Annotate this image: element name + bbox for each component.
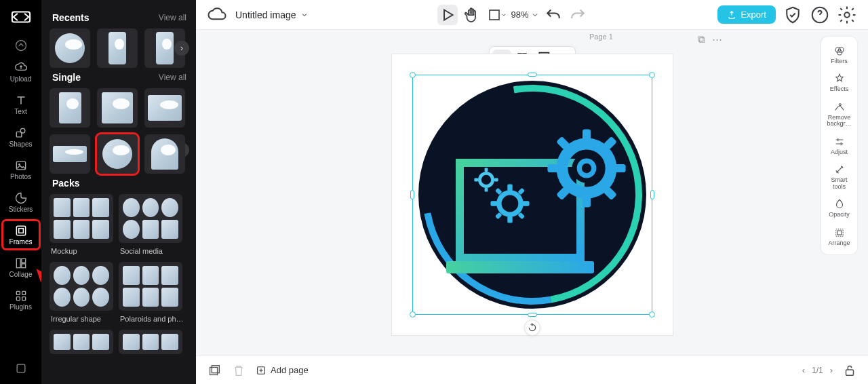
resize-handle-bl[interactable] xyxy=(410,311,416,318)
resize-handle-tr[interactable] xyxy=(649,72,655,78)
tool-adjust[interactable]: Adjust xyxy=(825,133,854,158)
frames-icon xyxy=(14,224,28,237)
page-more-icon[interactable]: ⋯ xyxy=(712,33,722,45)
delete-page-icon[interactable] xyxy=(231,363,246,378)
canvas-size-button[interactable] xyxy=(486,5,507,25)
tool-smart[interactable]: Smart tools xyxy=(825,161,854,193)
nav-photos-label: Photos xyxy=(10,174,31,181)
pack-social-label: Social media xyxy=(120,247,182,255)
help-icon[interactable] xyxy=(810,5,830,25)
pack-polaroids[interactable] xyxy=(119,262,182,311)
add-page-icon xyxy=(256,365,267,376)
tool-effects[interactable]: Effects xyxy=(825,70,854,95)
single-circle[interactable] xyxy=(97,134,138,174)
nav-collage[interactable]: Collage xyxy=(2,252,40,282)
upload-icon xyxy=(14,61,28,75)
recents-next[interactable]: › xyxy=(174,41,189,56)
page-label: Page 1 xyxy=(589,33,613,41)
zoom-control[interactable]: 98% xyxy=(511,9,539,20)
svg-rect-41 xyxy=(523,201,530,206)
single-strip[interactable] xyxy=(50,134,90,174)
nav-stickers[interactable]: Stickers xyxy=(2,187,40,217)
play-preview-button[interactable] xyxy=(437,5,458,25)
svg-point-1 xyxy=(16,41,26,51)
nav-frames[interactable]: Frames xyxy=(2,220,40,250)
settings-icon[interactable] xyxy=(837,5,857,25)
tool-filters[interactable]: Filters xyxy=(825,42,854,67)
pack-extra2[interactable] xyxy=(119,330,182,354)
resize-handle-bottom[interactable] xyxy=(528,313,537,317)
shapes-icon xyxy=(14,126,28,140)
redo-button[interactable] xyxy=(568,5,588,25)
recent-frame-circle[interactable] xyxy=(50,28,90,68)
svg-rect-0 xyxy=(12,12,29,22)
recents-viewall[interactable]: View all xyxy=(159,13,186,22)
pages-icon[interactable] xyxy=(207,363,222,378)
resize-handle-tl[interactable] xyxy=(410,72,416,78)
nav-collage-label: Collage xyxy=(9,271,33,279)
nav-stickers-label: Stickers xyxy=(9,206,33,214)
nav-photos[interactable]: Photos xyxy=(2,155,40,185)
pager-next[interactable]: › xyxy=(830,365,833,375)
single-landscape[interactable] xyxy=(144,88,185,128)
rotate-handle[interactable] xyxy=(524,320,540,336)
single-arch[interactable] xyxy=(144,134,185,174)
pack-irregular-label: Irregular shape xyxy=(51,315,113,323)
pack-mockup[interactable] xyxy=(50,194,113,243)
document-title[interactable]: Untitled image xyxy=(235,9,309,20)
svg-rect-56 xyxy=(210,367,218,375)
nav-text[interactable]: Text xyxy=(2,90,40,119)
nav-collapse[interactable] xyxy=(2,37,40,54)
pan-hand-button[interactable] xyxy=(462,5,482,25)
nav-frames-label: Frames xyxy=(9,239,33,246)
nav-shapes[interactable]: Shapes xyxy=(2,122,40,152)
packs-row3 xyxy=(50,330,191,354)
tool-remove-bg[interactable]: Remove backgr… xyxy=(825,98,854,130)
svg-rect-39 xyxy=(507,216,512,223)
shield-icon[interactable] xyxy=(783,5,803,25)
pager: ‹ 1/1 › xyxy=(802,365,833,375)
canvas-page[interactable] xyxy=(392,54,673,335)
svg-point-18 xyxy=(844,12,850,18)
nav-more[interactable] xyxy=(2,357,40,380)
tool-arrange[interactable]: Arrange xyxy=(825,224,854,249)
selected-image[interactable] xyxy=(413,75,652,314)
add-page-label: Add page xyxy=(271,365,309,375)
pack-extra1[interactable] xyxy=(50,330,113,354)
app-logo[interactable] xyxy=(9,5,33,28)
cloud-sync-icon[interactable] xyxy=(207,5,227,25)
resize-handle-left[interactable] xyxy=(410,190,414,199)
pack-social[interactable] xyxy=(119,194,182,243)
resize-handle-br[interactable] xyxy=(649,311,655,318)
svg-rect-38 xyxy=(507,185,512,191)
pack-irregular[interactable] xyxy=(50,262,113,311)
single-square[interactable] xyxy=(97,88,138,128)
undo-button[interactable] xyxy=(543,5,564,25)
export-button[interactable]: Export xyxy=(717,5,776,24)
svg-rect-7 xyxy=(18,228,23,233)
duplicate-page-icon[interactable]: ⧉ xyxy=(698,33,705,45)
nav-upload[interactable]: Upload xyxy=(2,57,40,87)
main-column: Untitled image 98% Export xyxy=(196,0,868,384)
svg-point-3 xyxy=(20,128,25,133)
pager-prev[interactable]: ‹ xyxy=(802,365,805,375)
nav-upload-label: Upload xyxy=(10,76,32,83)
resize-handle-right[interactable] xyxy=(650,190,654,199)
nav-plugins-label: Plugins xyxy=(9,304,32,311)
single-portrait[interactable] xyxy=(50,88,90,128)
add-page-button[interactable]: Add page xyxy=(256,365,309,376)
svg-rect-16 xyxy=(490,10,499,20)
lock-icon[interactable] xyxy=(842,363,857,378)
canvas-area[interactable]: Page 1 ⧉ ⋯ xyxy=(196,30,868,356)
zoom-value: 98% xyxy=(511,9,528,20)
nav-plugins[interactable]: Plugins xyxy=(2,285,40,315)
pack-mockup-label: Mockup xyxy=(51,247,113,255)
tool-opacity[interactable]: Opacity xyxy=(825,195,854,220)
resize-handle-top[interactable] xyxy=(528,73,537,77)
nav-shapes-label: Shapes xyxy=(9,141,33,149)
frames-panel: Recents View all › Single View all › Pac… xyxy=(41,0,196,384)
svg-point-46 xyxy=(479,173,492,186)
selection-box[interactable] xyxy=(412,75,652,315)
recent-frame-phone1[interactable] xyxy=(97,28,138,68)
single-viewall[interactable]: View all xyxy=(159,73,186,82)
